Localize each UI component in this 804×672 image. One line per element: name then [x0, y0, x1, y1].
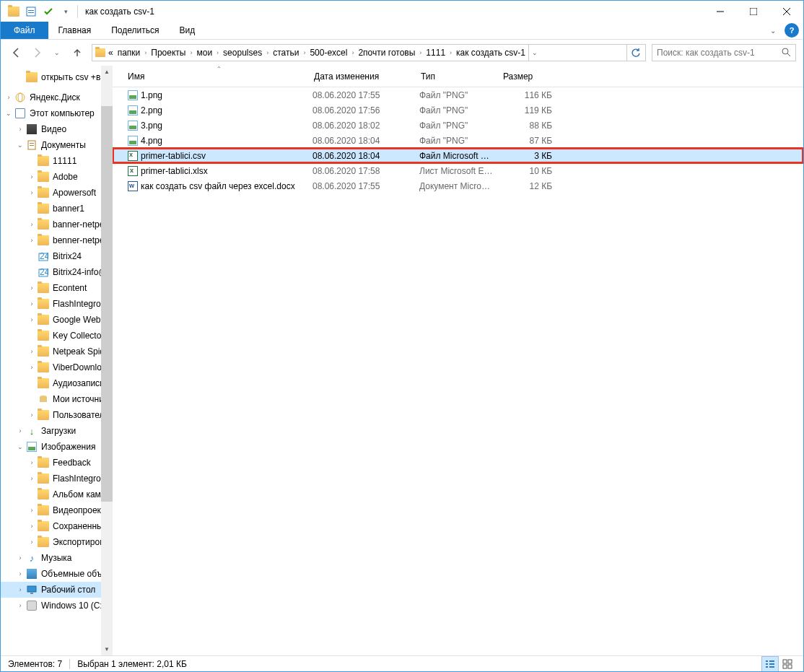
file-row[interactable]: как создать csv файл через excel.docx08.… — [113, 178, 803, 193]
expand-icon[interactable]: › — [15, 126, 25, 133]
tree-item[interactable]: ›ViberDownload — [1, 359, 113, 375]
home-tab[interactable]: Главная — [48, 22, 102, 39]
tree-item[interactable]: banner1 — [1, 201, 113, 217]
back-button[interactable] — [8, 44, 25, 61]
expand-icon[interactable]: › — [27, 284, 37, 292]
column-date[interactable]: Дата изменения — [310, 66, 416, 87]
breadcrumb-chevron-icon[interactable]: › — [302, 45, 307, 61]
breadcrumb-chevron-icon[interactable]: › — [143, 45, 148, 61]
tree-item[interactable]: ›Яндекс.Диск — [1, 90, 113, 105]
expand-ribbon-icon[interactable]: ⌄ — [766, 23, 780, 38]
view-tab[interactable]: Вид — [169, 22, 205, 39]
scroll-up[interactable]: ▲ — [101, 66, 113, 78]
tree-item[interactable]: ›Feedback — [1, 455, 113, 471]
tree-item[interactable]: ›Сохраненные — [1, 518, 113, 534]
tree-item[interactable]: Мои источники — [1, 391, 113, 407]
expand-icon[interactable]: › — [15, 586, 25, 593]
tree-item[interactable]: 24Bitrix24-info@s — [1, 264, 113, 280]
expand-icon[interactable]: › — [27, 475, 37, 482]
recent-locations[interactable]: ⌄ — [48, 44, 66, 61]
share-tab[interactable]: Поделиться — [101, 22, 169, 39]
tree-item[interactable]: открыть csv +в — [1, 69, 113, 85]
file-row[interactable]: 1.png08.06.2020 17:55Файл "PNG"116 КБ — [113, 87, 803, 102]
tree-item[interactable]: ⌄Этот компьютер — [1, 105, 113, 121]
minimize-button[interactable] — [704, 1, 737, 22]
tree-item[interactable]: ›FlashIntegro — [1, 471, 113, 486]
tree-item[interactable]: ›Netpeak Spider — [1, 344, 113, 359]
scroll-down[interactable]: ▼ — [101, 643, 113, 655]
expand-icon[interactable]: › — [27, 300, 37, 307]
file-row[interactable]: 4.png08.06.2020 18:04Файл "PNG"87 КБ — [113, 133, 803, 148]
expand-icon[interactable]: › — [27, 316, 37, 323]
checkmark-icon[interactable] — [40, 4, 57, 19]
tree-item[interactable]: Аудиозаписи — [1, 375, 113, 391]
tree-item[interactable]: ›Windows 10 (C:) — [1, 598, 113, 614]
expand-icon[interactable]: ⌄ — [15, 443, 25, 450]
expand-icon[interactable]: › — [27, 364, 37, 371]
column-name[interactable]: Имя⌃ — [123, 66, 310, 87]
tree-item[interactable]: ›Экспортирова — [1, 534, 113, 550]
expand-icon[interactable]: › — [15, 427, 25, 435]
expand-icon[interactable]: ⌄ — [15, 141, 25, 149]
search-box[interactable] — [652, 44, 796, 61]
breadcrumb-segment[interactable]: мои — [193, 45, 215, 61]
breadcrumb-segment[interactable]: seopulses — [220, 45, 265, 61]
tree-scrollbar[interactable]: ▲ ▼ — [101, 66, 113, 655]
tree-item[interactable]: Key Collector — [1, 328, 113, 344]
expand-icon[interactable]: › — [27, 221, 37, 228]
tree-item[interactable]: ›Apowersoft — [1, 185, 113, 201]
search-input[interactable] — [657, 48, 781, 58]
file-row[interactable]: primer-tablici.csv08.06.2020 18:04Файл M… — [113, 148, 803, 163]
address-dropdown[interactable]: ⌄ — [528, 45, 541, 61]
file-row[interactable]: 3.png08.06.2020 18:02Файл "PNG"88 КБ — [113, 118, 803, 133]
breadcrumb-chevron-icon[interactable]: › — [265, 45, 270, 61]
tree-item[interactable]: Альбом камер — [1, 486, 113, 502]
forward-button[interactable] — [28, 44, 45, 61]
file-row[interactable]: 2.png08.06.2020 17:56Файл "PNG"119 КБ — [113, 102, 803, 118]
tree-item[interactable]: ›Объемные объ — [1, 566, 113, 582]
breadcrumb-overflow[interactable]: « — [107, 45, 115, 61]
expand-icon[interactable]: › — [27, 523, 37, 530]
breadcrumb-chevron-icon[interactable]: › — [215, 45, 220, 61]
breadcrumb-chevron-icon[interactable]: › — [188, 45, 193, 61]
search-icon[interactable] — [781, 47, 791, 59]
tree-item[interactable]: ›benner-netpea — [1, 232, 113, 248]
up-button[interactable] — [69, 44, 86, 61]
address-bar[interactable]: « папки›Проекты›мои›seopulses›статьи›500… — [92, 44, 646, 61]
expand-icon[interactable]: › — [15, 602, 25, 609]
tree-item[interactable]: ›banner-netpea — [1, 217, 113, 232]
properties-icon[interactable] — [22, 4, 40, 19]
breadcrumb-segment[interactable]: как создать csv-1 — [453, 45, 528, 61]
expand-icon[interactable]: › — [15, 554, 25, 562]
breadcrumb-segment[interactable]: 2почти готовы — [355, 45, 418, 61]
breadcrumb-segment[interactable]: 500-excel — [307, 45, 350, 61]
column-size[interactable]: Размер — [499, 66, 558, 87]
expand-icon[interactable]: › — [27, 348, 37, 355]
tree-item[interactable]: ›FlashIntegro — [1, 296, 113, 312]
expand-icon[interactable]: › — [4, 94, 14, 101]
tree-item[interactable]: 24Bitrix24 — [1, 248, 113, 264]
scroll-thumb[interactable] — [101, 106, 113, 502]
navigation-pane[interactable]: открыть csv +в›Яндекс.Диск⌄Этот компьюте… — [1, 66, 113, 655]
expand-icon[interactable]: › — [27, 538, 37, 546]
breadcrumb-chevron-icon[interactable]: › — [350, 45, 355, 61]
quick-access-customize[interactable]: ▾ — [57, 4, 74, 19]
tree-item[interactable]: ›Google Web De — [1, 312, 113, 328]
tree-item[interactable]: ⌄Документы — [1, 137, 113, 153]
refresh-button[interactable] — [626, 45, 644, 61]
maximize-button[interactable] — [737, 1, 770, 22]
tree-item[interactable]: ⌄Изображения — [1, 439, 113, 455]
breadcrumb-segment[interactable]: статьи — [270, 45, 302, 61]
breadcrumb-chevron-icon[interactable]: › — [448, 45, 453, 61]
expand-icon[interactable]: › — [27, 173, 37, 180]
breadcrumb-chevron-icon[interactable]: › — [418, 45, 423, 61]
file-row[interactable]: primer-tablici.xlsx08.06.2020 17:58Лист … — [113, 163, 803, 178]
tree-item[interactable]: ›Adobe — [1, 169, 113, 185]
breadcrumb-segment[interactable]: 1111 — [423, 45, 448, 61]
icons-view-button[interactable] — [779, 656, 796, 672]
expand-icon[interactable]: › — [27, 459, 37, 466]
tree-item[interactable]: ›Econtent — [1, 280, 113, 296]
expand-icon[interactable]: ⌄ — [4, 110, 14, 117]
expand-icon[interactable]: › — [27, 189, 37, 196]
expand-icon[interactable]: › — [27, 507, 37, 514]
